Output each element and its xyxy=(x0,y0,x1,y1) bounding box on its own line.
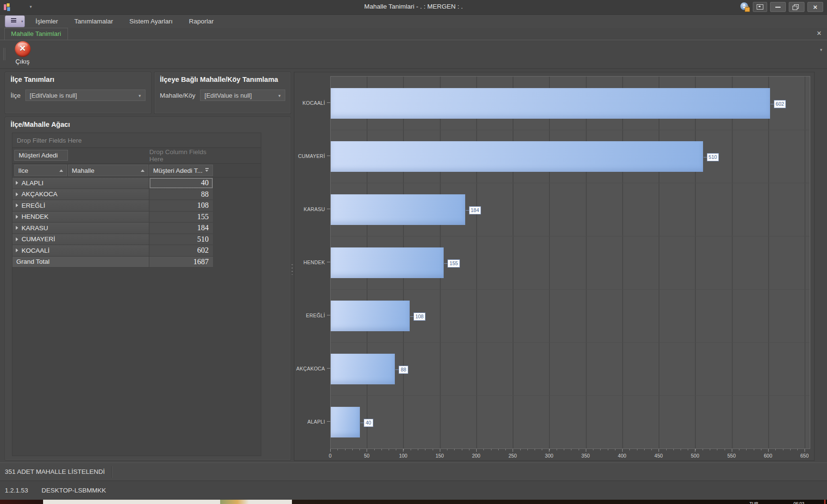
category-text: KOCAALİ xyxy=(302,100,325,106)
minimize-button[interactable] xyxy=(770,2,786,12)
chart-bar-4[interactable] xyxy=(331,301,410,331)
windows-taskbar-sliver[interactable]: TUR 06:03 xyxy=(0,500,827,504)
application-window: ▾ Mahalle Tanimlari - . : MERGEN : . × ▾… xyxy=(0,0,827,504)
tab-close-icon[interactable]: ✕ xyxy=(816,30,822,36)
sort-order-icon xyxy=(205,168,209,173)
x-axis-tick-label: 250 xyxy=(508,453,517,459)
x-axis-tick-label: 150 xyxy=(436,453,444,459)
exit-button-label: Çıkış xyxy=(8,58,37,65)
axis-tick xyxy=(327,209,330,209)
mahalle-koy-combobox[interactable]: [EditValue is null] ▼ xyxy=(200,90,285,101)
pivot-row-header[interactable]: KOCAALİ xyxy=(12,245,149,256)
pivot-field-ilce[interactable]: Ilce xyxy=(14,165,67,176)
menu-item-3[interactable]: Raporlar xyxy=(189,18,214,25)
pivot-row: AKÇAKOCA88 xyxy=(12,189,213,201)
chart-bar-3[interactable] xyxy=(331,247,444,278)
pivot-value-cell[interactable]: 155 xyxy=(149,212,213,223)
expand-arrow-icon[interactable] xyxy=(16,215,18,219)
footer-bar: 1.2.1.53 DESKTOP-LSBMMKK xyxy=(0,481,827,500)
exit-button[interactable]: ✕ Çıkış xyxy=(8,41,37,65)
tab-strip: Mahalle Tanimlari ✕ xyxy=(0,28,827,40)
fit-screen-button[interactable] xyxy=(753,2,767,12)
gridline-vertical xyxy=(659,77,659,448)
mahalle-koy-combobox-value: [EditValue is null] xyxy=(204,92,252,99)
x-axis-tick xyxy=(586,449,586,452)
pivot-column-area[interactable]: Drop Column Fields Here xyxy=(149,148,213,163)
pivot-value-cell[interactable]: 184 xyxy=(149,223,213,234)
pivot-row-label: ALAPLI xyxy=(22,179,44,187)
group-title: İlçe Tanımları xyxy=(5,72,151,85)
menu-item-2[interactable]: Sistem Ayarları xyxy=(129,18,173,25)
grand-total-label[interactable]: Grand Total xyxy=(12,257,149,268)
category-text: KARASU xyxy=(304,206,325,212)
x-axis-tick-label: 300 xyxy=(545,453,554,459)
mahalle-koy-label: Mahalle/Köy xyxy=(160,92,195,99)
grand-total-value[interactable]: 1687 xyxy=(149,257,213,268)
pivot-value-cell[interactable]: 40 xyxy=(149,178,213,189)
pivot-row: KARASU184 xyxy=(12,223,213,234)
expand-arrow-icon[interactable] xyxy=(16,181,18,185)
ilce-combobox[interactable]: [EditValue is null] ▼ xyxy=(25,90,145,101)
pivot-data-area: Müşteri Adedi Drop Column Fields Here xyxy=(12,148,261,164)
x-axis-tick xyxy=(659,449,659,452)
group-mahalle-koy-tanimlama: İlçeye Bağlı Mahalle/Köy Tanımlama Mahal… xyxy=(154,72,291,114)
panel-splitter[interactable] xyxy=(291,72,293,461)
x-axis-tick-label: 600 xyxy=(764,453,772,459)
pivot-value-cell[interactable]: 88 xyxy=(149,189,213,200)
pivot-value-cell[interactable]: 602 xyxy=(149,245,213,256)
maximize-button[interactable] xyxy=(789,2,805,12)
category-text: HENDEK xyxy=(303,259,325,265)
gridline-vertical xyxy=(586,77,587,448)
chart-bar-1[interactable] xyxy=(331,141,703,172)
expand-arrow-icon[interactable] xyxy=(16,192,18,196)
close-button[interactable]: × xyxy=(807,2,823,12)
tab-mahalle-tanimlari[interactable]: Mahalle Tanimlari xyxy=(4,28,68,40)
bar-value-label: 40 xyxy=(364,419,373,427)
chart-bar-2[interactable] xyxy=(331,194,465,225)
pivot-row-header[interactable]: ALAPLI xyxy=(12,178,149,189)
pivot-data-field-button[interactable]: Müşteri Adedi xyxy=(14,150,68,161)
chart-bar-6[interactable] xyxy=(331,407,360,437)
expand-arrow-icon[interactable] xyxy=(16,237,18,241)
application-menu-button[interactable]: ▾ xyxy=(5,15,25,27)
x-axis-tick-label: 350 xyxy=(581,453,590,459)
network-lock-icon xyxy=(740,2,750,12)
toolbar-overflow-caret-icon[interactable]: ▾ xyxy=(820,47,822,52)
group-ilce-tanimlari: İlçe Tanımları İlçe [EditValue is null] … xyxy=(5,72,151,114)
chart-category-label: CUMAYERİ xyxy=(294,129,330,182)
sort-asc-icon xyxy=(141,169,145,172)
pivot-filter-area[interactable]: Drop Filter Fields Here xyxy=(12,133,261,148)
taskbar-clock-fragment: 06:03 xyxy=(793,501,805,504)
expand-arrow-icon[interactable] xyxy=(16,226,18,230)
expand-arrow-icon[interactable] xyxy=(16,203,18,207)
toolbar-grip-handle[interactable] xyxy=(3,48,6,60)
expand-arrow-icon[interactable] xyxy=(16,248,18,252)
pivot-row-header[interactable]: EREĞLİ xyxy=(12,200,149,211)
pivot-field-mahalle[interactable]: Mahalle xyxy=(68,165,148,176)
x-axis-tick xyxy=(513,449,513,452)
x-axis-tick xyxy=(367,449,367,452)
pivot-row-header[interactable]: AKÇAKOCA xyxy=(12,189,149,200)
gridline-horizontal xyxy=(331,342,810,343)
gridline-horizontal xyxy=(331,183,810,183)
chart-bar-0[interactable] xyxy=(331,88,770,119)
bar-value-label: 108 xyxy=(414,313,426,321)
pivot-row-header[interactable]: CUMAYERİ xyxy=(12,234,149,245)
x-axis-tick-label: 400 xyxy=(618,453,626,459)
menu-item-0[interactable]: İşlemler xyxy=(35,18,58,25)
chart-bar-5[interactable] xyxy=(331,354,395,384)
pivot-row-header[interactable]: KARASU xyxy=(12,223,149,234)
pivot-row-header[interactable]: HENDEK xyxy=(12,212,149,223)
bar-value-label: 88 xyxy=(399,366,408,374)
bar-value-label: 602 xyxy=(774,100,786,108)
chart-panel: KOCAALİCUMAYERİKARASUHENDEKEREĞLİAKÇAKOC… xyxy=(294,72,815,461)
group-title: İlçe/Mahalle Ağacı xyxy=(5,117,291,130)
pivot-row-label: AKÇAKOCA xyxy=(22,190,57,198)
pivot-field-musteri-adedi[interactable]: Müşteri Adedi T... xyxy=(149,165,213,176)
pivot-value-cell[interactable]: 108 xyxy=(149,200,213,211)
pivot-value-cell[interactable]: 510 xyxy=(149,234,213,245)
taskbar-left-texture xyxy=(0,500,43,504)
gridline-vertical xyxy=(513,77,514,448)
taskbar-right-texture xyxy=(292,500,827,504)
menu-item-1[interactable]: Tanımlamalar xyxy=(74,18,113,25)
